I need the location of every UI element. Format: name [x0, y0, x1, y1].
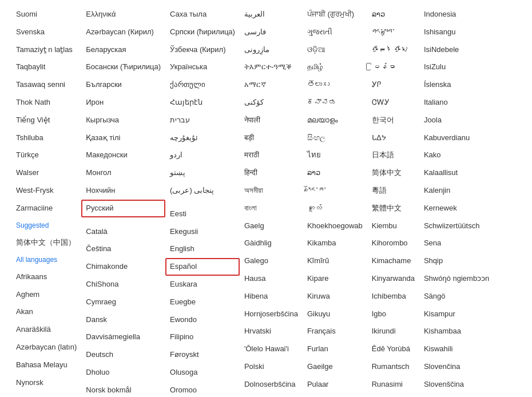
language-item[interactable]: Српски (ћирилица): [165, 23, 240, 41]
language-item[interactable]: Chimakonde: [81, 258, 165, 276]
language-item[interactable]: Thok Nath: [11, 94, 81, 112]
language-item[interactable]: Kihorombo: [367, 235, 419, 252]
language-item[interactable]: Oromoo: [165, 382, 240, 397]
language-item[interactable]: हिन्दी: [240, 164, 303, 182]
language-item[interactable]: 粵語: [367, 182, 419, 200]
language-item[interactable]: ଓଡ଼ିଆ: [303, 41, 367, 59]
language-item[interactable]: ಕನ್ನಡ: [303, 94, 367, 112]
language-item[interactable]: Kernewek: [419, 200, 494, 217]
language-item[interactable]: Íslenska: [419, 76, 494, 94]
language-item[interactable]: Кыргызча: [81, 112, 165, 129]
language-item[interactable]: Kishambaa: [419, 323, 494, 340]
language-item[interactable]: Suggested: [11, 217, 81, 234]
language-item[interactable]: తెలుగు: [303, 76, 367, 94]
language-item[interactable]: Dolnoserbšćina: [240, 376, 303, 394]
language-item[interactable]: Ирон: [81, 94, 165, 112]
language-item[interactable]: 한국어: [367, 112, 419, 129]
language-item[interactable]: Dholuo: [81, 364, 165, 382]
language-item[interactable]: Tiếng Việt: [11, 112, 81, 129]
language-item[interactable]: Саха тыла: [165, 6, 240, 23]
language-item[interactable]: Euskara: [165, 276, 240, 293]
language-item[interactable]: Русский: [81, 200, 165, 217]
language-item[interactable]: Kiembu: [367, 217, 419, 235]
language-item[interactable]: Norsk bokmål: [81, 382, 165, 397]
language-item[interactable]: 简体中文（中国）: [11, 234, 81, 252]
language-item[interactable]: Dansk: [81, 311, 165, 329]
language-item[interactable]: རྫོང་ཁ་: [303, 182, 367, 200]
language-item[interactable]: Kimachame: [367, 252, 419, 270]
language-item[interactable]: Eesti: [165, 205, 240, 223]
language-item[interactable]: Ekegusii: [165, 223, 240, 241]
language-item[interactable]: မြန်မာ: [367, 58, 419, 76]
language-item[interactable]: ᒐᐃᔭ: [367, 129, 419, 147]
language-item[interactable]: Walser: [11, 164, 81, 182]
language-item[interactable]: Igbo: [367, 305, 419, 323]
language-item[interactable]: ਪੰਜਾਬੀ (ਗੁਰਮੁਖੀ): [303, 6, 367, 23]
language-item[interactable]: ᎩᎵ: [367, 76, 419, 94]
language-item[interactable]: অসমীয়া: [240, 182, 303, 200]
language-item[interactable]: Nynorsk: [11, 374, 81, 392]
language-item[interactable]: پنجابی (عربی): [165, 182, 240, 200]
language-item[interactable]: ქართული: [165, 76, 240, 94]
language-item[interactable]: Duálá: [240, 394, 303, 397]
language-item[interactable]: Ēdē Yorùbá: [367, 340, 419, 358]
language-item[interactable]: Kipare: [303, 270, 367, 288]
language-item[interactable]: Soomaali: [419, 394, 494, 397]
language-item[interactable]: ᡥᡡᠯᡥᠠ: [367, 41, 419, 59]
language-item[interactable]: ᏣᎳᎩ: [367, 94, 419, 112]
language-item[interactable]: Ewondo: [165, 311, 240, 329]
language-item[interactable]: Монгол: [81, 164, 165, 182]
language-item[interactable]: Tshiluba: [11, 129, 81, 147]
language-item[interactable]: Ўзбекча (Кирил): [165, 41, 240, 59]
language-item[interactable]: Gikuyu: [303, 305, 367, 323]
language-item[interactable]: IsiZulu: [419, 58, 494, 76]
language-item[interactable]: Svenska: [11, 23, 81, 41]
language-item[interactable]: Runasimi: [367, 376, 419, 394]
language-item[interactable]: Français: [303, 323, 367, 340]
language-item[interactable]: Ikirundi: [367, 323, 419, 340]
language-item[interactable]: Akan: [11, 303, 81, 321]
language-item[interactable]: Sängö: [419, 288, 494, 305]
language-item[interactable]: Olusoga: [165, 364, 240, 382]
language-item[interactable]: Hibena: [240, 288, 303, 305]
language-item[interactable]: Shwóŋò ngiembɔɔn: [419, 270, 494, 288]
language-item[interactable]: Polski: [240, 358, 303, 376]
language-item[interactable]: IsiNdebele: [419, 41, 494, 59]
language-item[interactable]: Schwiizertüütsch: [419, 217, 494, 235]
language-item[interactable]: Tamaziyṯ n laṯlas: [11, 41, 81, 59]
language-item[interactable]: مازِرونی: [240, 41, 303, 59]
language-item[interactable]: Kikamba: [303, 235, 367, 252]
language-item[interactable]: Sena: [419, 235, 494, 252]
language-item[interactable]: West-Frysk: [11, 182, 81, 200]
language-item[interactable]: Нохчийн: [81, 182, 165, 200]
language-item[interactable]: ગુજરાતી: [303, 23, 367, 41]
language-item[interactable]: Kiruwa: [303, 288, 367, 305]
language-item[interactable]: বাংলা: [240, 200, 303, 217]
language-item[interactable]: Gàidhlig: [240, 235, 303, 252]
language-item[interactable]: Català: [81, 223, 165, 241]
language-item[interactable]: Қазақ тілі: [81, 129, 165, 147]
language-item[interactable]: Zarmaciine: [11, 200, 81, 217]
language-item[interactable]: Cymraeg: [81, 293, 165, 311]
language-item[interactable]: Hornjoserbšćina: [240, 305, 303, 323]
language-item[interactable]: ไทย: [303, 146, 367, 164]
language-item[interactable]: Azərbaycan (Кирил): [81, 23, 165, 41]
language-item[interactable]: Gaelg: [240, 217, 303, 235]
language-item[interactable]: Pulaar: [303, 376, 367, 394]
language-item[interactable]: ລາວ: [367, 6, 419, 23]
language-item[interactable]: Ελληνικά: [81, 6, 165, 23]
language-item[interactable]: ཤད་སྒྲུབ་: [367, 23, 419, 41]
language-item[interactable]: Kisampur: [419, 305, 494, 323]
language-item[interactable]: Kĩmĩrũ: [303, 252, 367, 270]
language-item[interactable]: Afrikaans: [11, 268, 81, 286]
language-item[interactable]: Taqbaylit: [11, 58, 81, 76]
language-item[interactable]: Kabuverdianu: [419, 129, 494, 147]
language-item[interactable]: Føroyskt: [165, 346, 240, 364]
language-item[interactable]: Joola: [419, 112, 494, 129]
language-item[interactable]: עברית: [165, 112, 240, 129]
language-item[interactable]: ChiShona: [81, 276, 165, 293]
language-item[interactable]: Türkçe: [11, 146, 81, 164]
language-item[interactable]: മലയാളം: [303, 112, 367, 129]
language-item[interactable]: Furlan: [303, 340, 367, 358]
language-item[interactable]: बड़ी: [240, 129, 303, 147]
